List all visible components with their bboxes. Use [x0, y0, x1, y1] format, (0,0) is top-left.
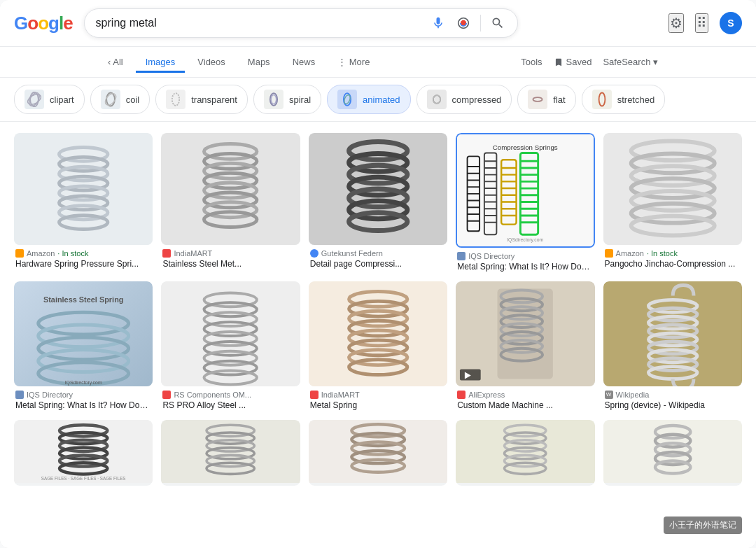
- image-card-6[interactable]: Stainless Steel Spring IQSdirectory.com: [14, 281, 153, 412]
- source-info-10: W Wikipedia Spring (device) - Wikipedia: [603, 386, 742, 412]
- source-name-10: W Wikipedia: [605, 391, 741, 399]
- image-card-7[interactable]: RS Components OM... RS PRO Alloy Steel .…: [161, 281, 300, 412]
- image-card-12[interactable]: [161, 420, 300, 486]
- lens-search-button[interactable]: [455, 15, 472, 31]
- source-name-8: IndiaMART: [310, 391, 446, 399]
- filter-coil-label: coil: [126, 94, 140, 105]
- img-container-13: [309, 420, 447, 486]
- filter-spiral[interactable]: spiral: [253, 85, 321, 114]
- img-container-6: Stainless Steel Spring IQSdirectory.com: [14, 281, 153, 386]
- image-card-9[interactable]: AliExpress Custom Made Machine ...: [456, 281, 594, 412]
- source-name-2: IndiaMART: [162, 249, 298, 258]
- source-title-8: Metal Spring: [310, 400, 446, 410]
- image-grid-row3: SAGE FILES · SAGE FILES · SAGE FILES: [14, 420, 742, 486]
- source-name-6: IQS Directory: [15, 391, 151, 399]
- image-card-11[interactable]: SAGE FILES · SAGE FILES · SAGE FILES: [14, 420, 153, 486]
- filter-stretched[interactable]: stretched: [582, 85, 665, 114]
- source-title-4: Metal Spring: What Is It? How Does It ..…: [457, 262, 593, 272]
- source-name-4: IQS Directory: [457, 252, 593, 260]
- source-favicon-4: [457, 252, 465, 260]
- logo-g2: g: [48, 13, 59, 34]
- nav-back[interactable]: ‹ All: [98, 51, 133, 73]
- svg-text:IQSdirectory.com: IQSdirectory.com: [507, 237, 543, 243]
- image-card-15[interactable]: [603, 420, 742, 486]
- filter-transparent-label: transparent: [191, 94, 237, 105]
- voice-search-button[interactable]: [430, 15, 447, 31]
- image-card-4[interactable]: Compression Springs: [456, 133, 594, 273]
- source-info-5: Amazon · In stock Pangocho Jinchao-Compr…: [603, 245, 742, 270]
- filter-clipart[interactable]: clipart: [14, 85, 85, 114]
- img-container-1: [14, 133, 153, 245]
- svg-text:SAGE FILES · SAGE FILES · SAGE: SAGE FILES · SAGE FILES · SAGE FILES: [41, 476, 126, 481]
- source-name-1: Amazon · In stock: [15, 249, 151, 258]
- img-container-12: [161, 420, 300, 486]
- nav-more[interactable]: ⋮ More: [328, 51, 379, 73]
- nav-images[interactable]: Images: [136, 51, 186, 73]
- nav-tools: Tools Saved SafeSearch ▾: [521, 57, 658, 67]
- svg-point-12: [431, 94, 441, 105]
- svg-point-3: [27, 92, 42, 106]
- settings-button[interactable]: ⚙: [668, 13, 684, 33]
- img-container-2: [161, 133, 300, 245]
- filter-compressed[interactable]: compressed: [416, 85, 512, 114]
- source-name-9: AliExpress: [457, 391, 593, 399]
- image-card-5[interactable]: Amazon · In stock Pangocho Jinchao-Compr…: [603, 133, 742, 273]
- tools-button[interactable]: Tools: [521, 57, 542, 67]
- image-card-14[interactable]: [456, 420, 594, 486]
- svg-point-149: [351, 460, 405, 472]
- svg-point-22: [59, 216, 107, 230]
- apps-button[interactable]: ⠿: [695, 13, 708, 33]
- image-card-13[interactable]: [309, 420, 447, 486]
- nav-videos[interactable]: Videos: [188, 51, 235, 73]
- img-container-5: [603, 133, 742, 245]
- source-title-1: Hardware Spring Pressure Spri...: [15, 259, 151, 269]
- filter-flat-icon: [528, 90, 547, 109]
- image-card-3[interactable]: Gutekunst Federn Detail page Compressi..…: [309, 133, 447, 273]
- source-favicon-5: [605, 249, 613, 258]
- source-info-7: RS Components OM... RS PRO Alloy Steel .…: [161, 386, 300, 412]
- source-info-2: IndiaMART Stainless Steel Met...: [161, 245, 300, 270]
- search-button[interactable]: [489, 15, 506, 31]
- svg-text:IQSdirectory.com: IQSdirectory.com: [65, 380, 102, 386]
- filter-coil-icon: [101, 90, 120, 109]
- filter-transparent[interactable]: transparent: [155, 85, 248, 114]
- filter-stretched-label: stretched: [617, 94, 654, 105]
- svg-point-155: [505, 463, 546, 474]
- nav-news[interactable]: News: [283, 51, 326, 73]
- logo-o2: o: [38, 13, 48, 34]
- svg-point-30: [204, 212, 257, 227]
- img-container-15: [603, 420, 742, 486]
- filter-animated[interactable]: animated: [327, 85, 410, 114]
- image-card-8[interactable]: IndiaMART Metal Spring: [309, 281, 447, 412]
- filter-compressed-icon: [427, 90, 447, 109]
- img-container-9: [456, 281, 594, 386]
- source-name-5: Amazon · In stock: [605, 249, 741, 258]
- svg-text:Compression Springs: Compression Springs: [493, 143, 558, 151]
- svg-point-14: [598, 92, 605, 106]
- saved-button[interactable]: Saved: [554, 57, 592, 67]
- svg-point-5: [103, 92, 118, 107]
- svg-point-103: [204, 371, 257, 385]
- filter-animated-label: animated: [363, 94, 400, 105]
- filter-compressed-label: compressed: [452, 94, 502, 105]
- filter-flat[interactable]: flat: [517, 85, 575, 114]
- avatar[interactable]: S: [720, 12, 742, 34]
- image-card-1[interactable]: Amazon · In stock Hardware Spring Pressu…: [14, 133, 153, 273]
- svg-point-2: [27, 92, 41, 107]
- svg-rect-121: [460, 370, 481, 381]
- source-info-8: IndiaMART Metal Spring: [309, 386, 447, 412]
- safesearch-button[interactable]: SafeSearch ▾: [603, 57, 658, 67]
- filter-coil[interactable]: coil: [90, 85, 150, 114]
- search-input[interactable]: [96, 17, 423, 29]
- source-info-4: IQS Directory Metal Spring: What Is It? …: [456, 248, 594, 273]
- svg-point-160: [655, 461, 690, 474]
- image-card-10[interactable]: W Wikipedia Spring (device) - Wikipedia: [603, 281, 742, 412]
- filters-bar: clipart coil transparent spiral: [0, 78, 756, 122]
- image-card-2[interactable]: IndiaMART Stainless Steel Met...: [161, 133, 300, 273]
- source-favicon-1: [15, 249, 24, 258]
- source-favicon-10: W: [605, 391, 613, 399]
- divider: [480, 15, 481, 31]
- nav-maps[interactable]: Maps: [238, 51, 280, 73]
- source-name-3: Gutekunst Federn: [310, 249, 446, 258]
- header: Google ⚙ ⠿ S: [0, 0, 756, 47]
